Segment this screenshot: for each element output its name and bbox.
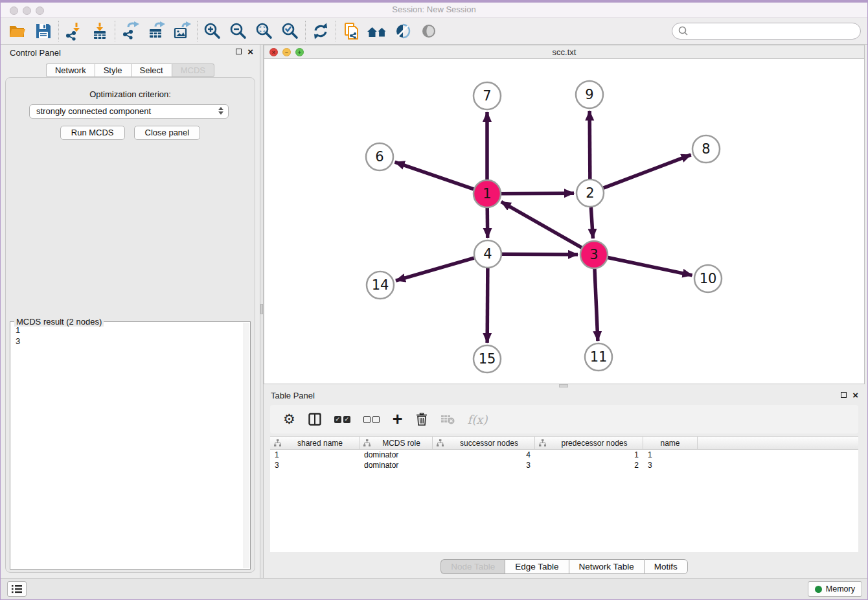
table-cell[interactable]: 1	[270, 450, 360, 460]
show-columns-icon[interactable]	[308, 411, 321, 428]
edge-2-9[interactable]	[589, 111, 590, 179]
column-header-successor-nodes[interactable]: successor nodes	[433, 437, 535, 449]
node-6[interactable]: 6	[366, 143, 393, 170]
edge-2-3[interactable]	[591, 207, 593, 238]
table-cell[interactable]: 3	[643, 460, 698, 470]
table-cell[interactable]: 4	[433, 450, 535, 460]
table-panel-title: Table Panel	[271, 391, 315, 400]
network-title: scc.txt	[264, 47, 864, 57]
table-cell[interactable]: 1	[535, 450, 643, 460]
splitter-handle[interactable]	[260, 304, 263, 314]
network-canvas[interactable]: 7968124314101511	[264, 59, 864, 384]
table-cell[interactable]: 3	[270, 460, 360, 470]
edge-1-6[interactable]	[395, 162, 474, 189]
tab-mcds[interactable]: MCDS	[172, 63, 214, 77]
svg-text:9: 9	[585, 87, 593, 102]
float-panel-icon[interactable]	[841, 392, 847, 398]
node-1[interactable]: 1	[474, 180, 501, 207]
run-mcds-button[interactable]: Run MCDS	[60, 126, 125, 140]
column-header-mcds-role[interactable]: MCDS role	[360, 437, 433, 449]
edge-4-14[interactable]	[396, 258, 474, 281]
session-title: Session: New Session	[1, 5, 867, 14]
tab-style[interactable]: Style	[95, 63, 131, 77]
search-field[interactable]	[672, 23, 861, 40]
column-header-predecessor-nodes[interactable]: predecessor nodes	[535, 437, 643, 449]
apply-layout-icon[interactable]	[308, 20, 334, 42]
memory-button[interactable]: Memory	[808, 581, 862, 597]
delete-column-trash-icon[interactable]	[416, 411, 428, 428]
application-window: Session: New Session	[0, 0, 868, 600]
tab-select[interactable]: Select	[131, 63, 172, 77]
node-14[interactable]: 14	[367, 271, 394, 299]
table-cell[interactable]: dominator	[360, 460, 433, 470]
zoom-fit-icon[interactable]	[251, 20, 277, 42]
edge-1-2[interactable]	[501, 193, 574, 194]
edge-4-3[interactable]	[502, 254, 578, 255]
column-header-name[interactable]: name	[643, 437, 698, 449]
table-cell[interactable]: dominator	[360, 450, 433, 460]
import-table-icon[interactable]	[87, 20, 113, 42]
zoom-selected-icon[interactable]	[277, 20, 303, 42]
node-11[interactable]: 11	[585, 343, 612, 371]
tab-network-table[interactable]: Network Table	[569, 559, 644, 574]
node-2[interactable]: 2	[577, 179, 604, 207]
toolbar-separator	[115, 21, 115, 41]
hierarchy-icon	[437, 439, 444, 446]
home-icon[interactable]	[364, 20, 390, 42]
edge-3-1[interactable]	[501, 202, 582, 248]
float-panel-icon[interactable]	[236, 49, 242, 54]
criterion-select[interactable]: strongly connected component	[29, 104, 229, 119]
mcds-result-text[interactable]: 13	[10, 325, 242, 568]
scrollbar[interactable]	[244, 323, 249, 568]
column-label: shared name	[281, 439, 359, 448]
close-panel-icon[interactable]: ×	[247, 48, 253, 55]
column-header-shared-name[interactable]: shared name	[270, 437, 360, 449]
task-history-button[interactable]	[7, 581, 27, 597]
control-panel-header: Control Panel ×	[1, 45, 260, 62]
table-cell[interactable]: 1	[643, 450, 698, 460]
toolbar-separator	[336, 21, 336, 41]
node-10[interactable]: 10	[694, 265, 722, 292]
table-cell[interactable]: 3	[433, 460, 535, 470]
edge-3-11[interactable]	[595, 269, 598, 341]
search-input[interactable]	[689, 25, 860, 38]
open-session-icon[interactable]	[5, 20, 30, 42]
edge-3-10[interactable]	[608, 258, 692, 275]
node-9[interactable]: 9	[576, 81, 603, 108]
mcds-result-line: 1	[16, 325, 242, 336]
zoom-in-icon[interactable]	[200, 20, 225, 42]
select-all-icon[interactable]: ✓✓	[334, 411, 350, 428]
import-network-icon[interactable]	[61, 20, 87, 42]
zoom-out-icon[interactable]	[225, 20, 251, 42]
node-15[interactable]: 15	[474, 345, 501, 373]
function-builder-icon: f(x)	[468, 411, 488, 428]
toggle-graphics-details-icon[interactable]	[390, 20, 416, 42]
close-panel-icon[interactable]: ×	[852, 391, 858, 398]
tab-network[interactable]: Network	[46, 63, 95, 77]
node-3[interactable]: 3	[580, 241, 608, 268]
eye-icon[interactable]	[416, 20, 442, 42]
close-panel-button[interactable]: Close panel	[134, 126, 201, 140]
tab-motifs[interactable]: Motifs	[644, 559, 688, 574]
edge-2-8[interactable]	[604, 155, 691, 188]
save-session-icon[interactable]	[30, 20, 56, 42]
column-label: name	[643, 439, 697, 448]
export-table-icon[interactable]	[143, 20, 169, 42]
svg-text:4: 4	[483, 246, 492, 262]
table-cell[interactable]: 2	[535, 460, 643, 470]
window-accent-strip	[1, 1, 867, 3]
node-7[interactable]: 7	[474, 82, 501, 110]
deselect-all-icon[interactable]	[363, 411, 380, 428]
node-4[interactable]: 4	[474, 240, 501, 268]
export-network-icon[interactable]	[117, 20, 143, 42]
export-image-icon[interactable]	[169, 20, 195, 42]
tab-node-table[interactable]: Node Table	[440, 559, 505, 574]
edge-4-15[interactable]	[487, 268, 488, 343]
tab-edge-table[interactable]: Edge Table	[505, 559, 568, 574]
node-8[interactable]: 8	[692, 135, 720, 163]
table-options-gear-icon[interactable]: ⚙	[283, 411, 295, 428]
mcds-result-line: 3	[16, 336, 242, 347]
splitter-handle[interactable]	[559, 384, 568, 387]
create-column-icon[interactable]: +	[393, 411, 403, 428]
clone-network-icon[interactable]	[338, 20, 364, 42]
